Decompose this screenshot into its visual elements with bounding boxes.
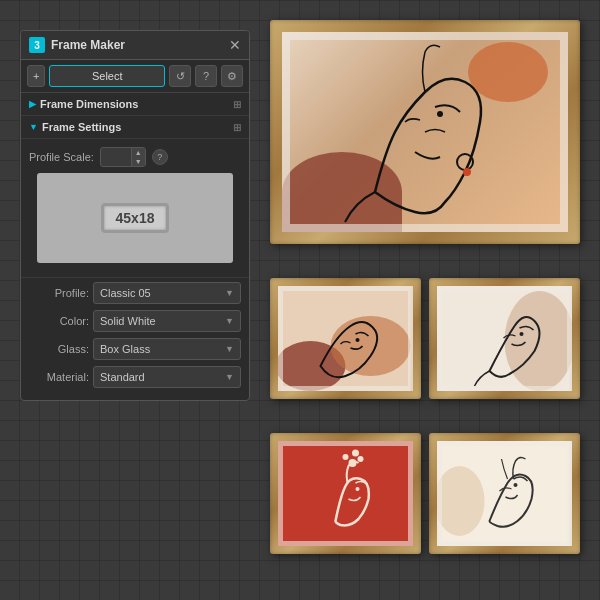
profile-row: Profile: Classic 05 ▼ [29,282,241,304]
small-frame-inner-3 [278,441,413,546]
grid-icon: ⊞ [233,99,241,110]
small-frame-border-4 [429,433,580,554]
profile-value: Classic 05 [100,287,151,299]
frame-settings-grid-icon: ⊞ [233,122,241,133]
color-row: Color: Solid White ▼ [29,310,241,332]
small-mat-overlay-1 [278,286,413,391]
glass-row: Glass: Box Glass ▼ [29,338,241,360]
large-mat-overlay [282,32,568,232]
frame-maker-panel: 3 Frame Maker ✕ + Select ↺ ? ⚙ ▶ Frame D… [20,30,250,401]
frame-preview-label: 45x18 [101,203,170,233]
panel-titlebar: 3 Frame Maker ✕ [21,31,249,60]
small-frame-1 [270,278,421,425]
art-sm2 [437,286,572,391]
small-mat-overlay-4 [437,441,572,546]
small-frame-4 [429,433,580,580]
settings-toolbar-button[interactable]: ⚙ [221,65,243,87]
profile-scale-section: Profile Scale: 1.0 ▲ ▼ ? 45x18 [21,139,249,278]
material-chevron-icon: ▼ [225,372,234,382]
small-frame-inner-4 [437,441,572,546]
small-mat-overlay-2 [437,286,572,391]
material-select[interactable]: Standard ▼ [93,366,241,388]
material-value: Standard [100,371,145,383]
small-frame-inner-2 [437,286,572,391]
color-select[interactable]: Solid White ▼ [93,310,241,332]
material-row: Material: Standard ▼ [29,366,241,388]
art-large [282,32,568,232]
color-label: Color: [29,315,89,327]
profile-scale-spinbox[interactable]: 1.0 ▲ ▼ [100,147,146,167]
spin-up-button[interactable]: ▲ [132,148,145,157]
panel-title: Frame Maker [51,38,223,52]
frame-preview-area: 45x18 [37,173,233,263]
small-frame-2 [429,278,580,425]
small-frame-border-1 [270,278,421,399]
material-label: Material: [29,371,89,383]
profile-label: Profile: [29,287,89,299]
small-frame-3 [270,433,421,580]
frame-settings-label: Frame Settings [42,121,121,133]
large-frame-inner [282,32,568,232]
large-frame [270,20,580,270]
frame-dimensions-arrow: ▶ [29,99,36,109]
small-frame-border-3 [270,433,421,554]
small-frame-border-2 [429,278,580,399]
frames-area [270,20,580,580]
profile-select[interactable]: Classic 05 ▼ [93,282,241,304]
add-button[interactable]: + [27,65,45,87]
art-sm4 [437,441,572,546]
toolbar: + Select ↺ ? ⚙ [21,60,249,93]
panel-logo: 3 [29,37,45,53]
frame-settings-arrow: ▼ [29,122,38,132]
glass-value: Box Glass [100,343,150,355]
select-button[interactable]: Select [49,65,165,87]
refresh-button[interactable]: ↺ [169,65,191,87]
glass-label: Glass: [29,343,89,355]
close-button[interactable]: ✕ [229,37,241,53]
glass-chevron-icon: ▼ [225,344,234,354]
small-frame-inner-1 [278,286,413,391]
color-chevron-icon: ▼ [225,316,234,326]
profile-scale-help-button[interactable]: ? [152,149,168,165]
art-sm3 [278,441,413,546]
profile-scale-label: Profile Scale: [29,151,94,163]
spin-down-button[interactable]: ▼ [132,157,145,166]
frame-dimensions-section[interactable]: ▶ Frame Dimensions ⊞ [21,93,249,116]
color-value: Solid White [100,315,156,327]
profile-scale-input[interactable]: 1.0 [101,151,131,163]
frame-settings-section[interactable]: ▼ Frame Settings ⊞ [21,116,249,139]
frame-dimensions-label: Frame Dimensions [40,98,138,110]
spin-buttons: ▲ ▼ [131,148,145,166]
profile-chevron-icon: ▼ [225,288,234,298]
form-rows: Profile: Classic 05 ▼ Color: Solid White… [21,278,249,400]
art-sm1 [278,286,413,391]
large-frame-border [270,20,580,244]
help-toolbar-button[interactable]: ? [195,65,217,87]
glass-select[interactable]: Box Glass ▼ [93,338,241,360]
small-mat-overlay-3 [278,441,413,546]
